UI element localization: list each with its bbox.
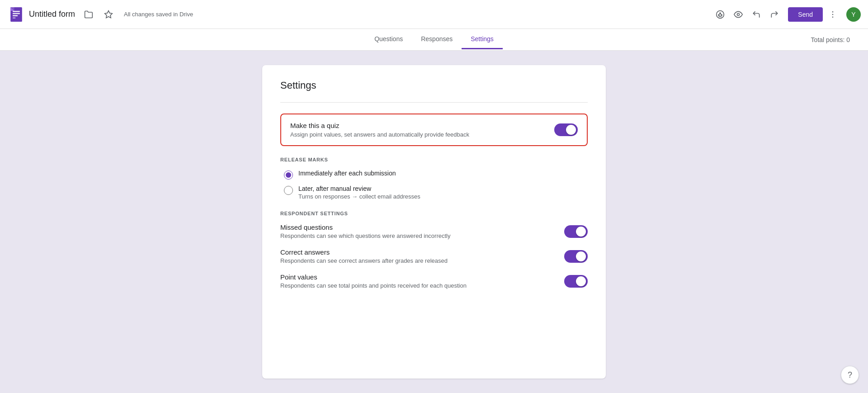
point-values-slider	[564, 275, 588, 288]
app-header: Untitled form All changes saved in Drive	[0, 0, 868, 29]
svg-point-9	[721, 14, 722, 16]
respondent-settings-label: RESPONDENT SETTINGS	[280, 211, 588, 216]
more-options-button[interactable]	[825, 6, 841, 23]
svg-rect-2	[13, 13, 20, 14]
radio-immediately-input[interactable]	[284, 170, 293, 180]
svg-point-11	[737, 13, 740, 15]
preview-button[interactable]	[730, 6, 746, 23]
missed-questions-slider	[564, 225, 588, 238]
header-left: Untitled form All changes saved in Drive	[7, 5, 712, 24]
tab-questions[interactable]: Questions	[365, 30, 412, 49]
svg-rect-4	[13, 17, 15, 18]
saved-status: All changes saved in Drive	[124, 11, 193, 18]
star-button[interactable]	[100, 6, 117, 23]
tabs-bar: Questions Responses Settings Total point…	[0, 29, 868, 51]
quiz-title: Make this a quiz	[290, 122, 469, 129]
tab-settings[interactable]: Settings	[462, 30, 503, 49]
total-points: Total points: 0	[811, 36, 850, 43]
settings-card: Settings Make this a quiz Assign point v…	[262, 65, 606, 379]
redo-button[interactable]	[766, 6, 783, 23]
correct-answers-text: Correct answers Respondents can see corr…	[280, 248, 448, 264]
missed-questions-toggle[interactable]	[564, 225, 588, 238]
radio-later-label: Later, after manual review Turns on resp…	[298, 185, 420, 200]
correct-answers-slider	[564, 250, 588, 263]
app-icon	[7, 5, 25, 24]
help-icon: ?	[848, 370, 852, 380]
point-values-row: Point values Respondents can see total p…	[280, 273, 588, 289]
radio-immediately-label: Immediately after each submission	[298, 170, 396, 177]
quiz-description: Assign point values, set answers and aut…	[290, 131, 469, 138]
form-title: Untitled form	[29, 9, 75, 19]
user-avatar[interactable]: Y	[846, 7, 861, 22]
correct-answers-toggle[interactable]	[564, 250, 588, 263]
svg-point-10	[720, 13, 721, 14]
folder-button[interactable]	[80, 6, 97, 23]
help-button[interactable]: ?	[841, 366, 859, 384]
quiz-toggle[interactable]	[554, 123, 578, 136]
correct-answers-row: Correct answers Respondents can see corr…	[280, 248, 588, 264]
svg-rect-3	[13, 15, 18, 16]
svg-point-14	[832, 16, 834, 18]
radio-immediately: Immediately after each submission	[280, 170, 588, 180]
missed-questions-text: Missed questions Respondents can see whi…	[280, 223, 450, 239]
settings-page-title: Settings	[280, 80, 588, 91]
quiz-toggle-slider	[554, 123, 578, 136]
quiz-section-text: Make this a quiz Assign point values, se…	[290, 122, 469, 138]
missed-questions-row: Missed questions Respondents can see whi…	[280, 223, 588, 239]
svg-point-7	[717, 10, 724, 18]
svg-marker-6	[105, 10, 113, 18]
tabs-container: Questions Responses Settings	[365, 30, 503, 49]
divider	[280, 102, 588, 103]
point-values-toggle[interactable]	[564, 275, 588, 288]
radio-later-input[interactable]	[284, 186, 293, 195]
main-content: Settings Make this a quiz Assign point v…	[0, 51, 868, 393]
radio-later: Later, after manual review Turns on resp…	[280, 185, 588, 200]
svg-point-8	[718, 14, 720, 16]
release-marks-label: RELEASE MARKS	[280, 157, 588, 162]
point-values-text: Point values Respondents can see total p…	[280, 273, 467, 289]
tab-responses[interactable]: Responses	[412, 30, 462, 49]
send-button[interactable]: Send	[788, 7, 823, 22]
quiz-section: Make this a quiz Assign point values, se…	[280, 114, 588, 146]
undo-button[interactable]	[748, 6, 764, 23]
svg-rect-1	[13, 11, 20, 12]
svg-point-13	[832, 14, 834, 15]
release-marks-group: Immediately after each submission Later,…	[280, 170, 588, 200]
palette-button[interactable]	[712, 6, 728, 23]
svg-point-12	[832, 11, 834, 12]
header-right: Send Y	[712, 6, 861, 23]
